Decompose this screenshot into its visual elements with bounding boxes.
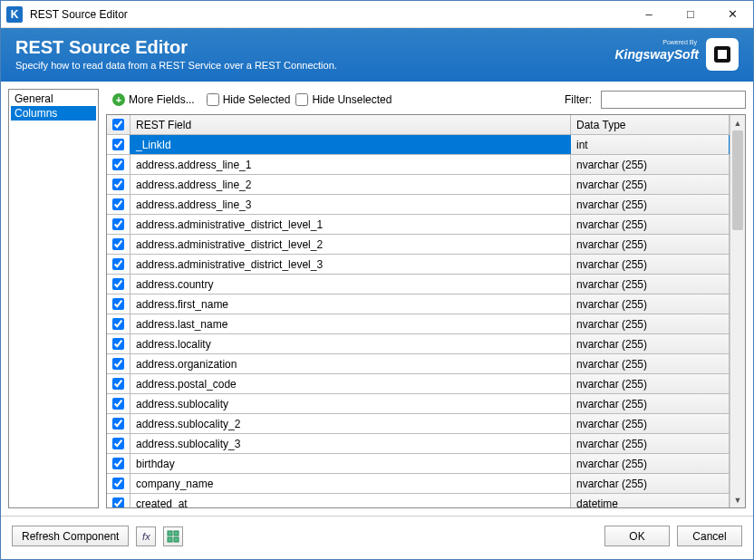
row-field[interactable]: _LinkId [130, 135, 571, 154]
select-all-checkbox[interactable] [112, 119, 124, 130]
table-row[interactable]: address.last_namenvarchar (255) [107, 314, 730, 334]
row-field[interactable]: address.address_line_1 [130, 155, 571, 174]
row-check-cell[interactable] [107, 135, 130, 154]
row-checkbox[interactable] [112, 438, 124, 449]
hide-unselected-input[interactable] [295, 93, 308, 106]
row-field[interactable]: address.administrative_district_level_2 [130, 235, 571, 254]
row-type[interactable]: nvarchar (255) [571, 394, 730, 413]
row-check-cell[interactable] [107, 454, 130, 473]
row-check-cell[interactable] [107, 294, 130, 314]
row-checkbox[interactable] [112, 218, 124, 230]
row-checkbox[interactable] [112, 418, 124, 430]
row-type[interactable]: int [571, 135, 730, 154]
row-field[interactable]: address.address_line_2 [130, 175, 571, 194]
table-row[interactable]: birthdaynvarchar (255) [107, 454, 730, 474]
refresh-component-button[interactable]: Refresh Component [12, 526, 129, 546]
row-check-cell[interactable] [107, 334, 130, 353]
row-checkbox[interactable] [112, 258, 124, 270]
cancel-button[interactable]: Cancel [677, 526, 742, 546]
header-check-cell[interactable] [107, 115, 130, 134]
row-type[interactable]: nvarchar (255) [571, 235, 730, 254]
row-checkbox[interactable] [112, 139, 124, 150]
close-button[interactable]: ✕ [711, 1, 753, 28]
ok-button[interactable]: OK [604, 526, 670, 546]
header-field[interactable]: REST Field [130, 115, 571, 134]
row-checkbox[interactable] [112, 398, 124, 410]
row-check-cell[interactable] [107, 474, 130, 493]
hide-selected-checkbox[interactable]: Hide Selected [207, 93, 291, 106]
row-type[interactable]: nvarchar (255) [571, 255, 730, 274]
row-field[interactable]: created_at [130, 494, 571, 507]
row-checkbox[interactable] [112, 478, 124, 489]
row-field[interactable]: address.last_name [130, 314, 571, 333]
row-field[interactable]: address.administrative_district_level_3 [130, 255, 571, 274]
row-type[interactable]: nvarchar (255) [571, 155, 730, 174]
row-type[interactable]: nvarchar (255) [571, 434, 730, 453]
row-type[interactable]: nvarchar (255) [571, 215, 730, 234]
row-checkbox[interactable] [112, 159, 124, 170]
more-fields-button[interactable]: + More Fields... [106, 91, 201, 109]
table-row[interactable]: address.sublocalitynvarchar (255) [107, 394, 730, 414]
scroll-track[interactable] [730, 130, 745, 492]
row-type[interactable]: datetime [571, 494, 730, 507]
nav-item-general[interactable]: General [11, 92, 96, 106]
row-field[interactable]: address.locality [130, 334, 571, 353]
row-check-cell[interactable] [107, 314, 130, 333]
table-row[interactable]: address.countrynvarchar (255) [107, 275, 730, 294]
table-row[interactable]: address.sublocality_3nvarchar (255) [107, 434, 730, 454]
expression-button[interactable]: fx [136, 526, 156, 546]
row-field[interactable]: address.first_name [130, 294, 571, 314]
filter-input[interactable] [601, 91, 746, 109]
hide-selected-input[interactable] [207, 93, 219, 106]
scroll-down-icon[interactable]: ▼ [730, 492, 745, 507]
row-check-cell[interactable] [107, 195, 130, 214]
row-type[interactable]: nvarchar (255) [571, 294, 730, 314]
row-checkbox[interactable] [112, 318, 124, 330]
row-field[interactable]: address.sublocality [130, 394, 571, 413]
table-row[interactable]: address.localitynvarchar (255) [107, 334, 730, 354]
table-row[interactable]: address.sublocality_2nvarchar (255) [107, 414, 730, 434]
table-row[interactable]: address.administrative_district_level_3n… [107, 255, 730, 275]
table-row[interactable]: address.address_line_1nvarchar (255) [107, 155, 730, 175]
row-check-cell[interactable] [107, 255, 130, 274]
hide-unselected-checkbox[interactable]: Hide Unselected [295, 93, 392, 106]
row-check-cell[interactable] [107, 354, 130, 373]
row-field[interactable]: address.address_line_3 [130, 195, 571, 214]
row-field[interactable]: address.sublocality_2 [130, 414, 571, 433]
row-field[interactable]: company_name [130, 474, 571, 493]
row-type[interactable]: nvarchar (255) [571, 354, 730, 373]
table-row[interactable]: address.organizationnvarchar (255) [107, 354, 730, 374]
row-field[interactable]: address.organization [130, 354, 571, 373]
row-check-cell[interactable] [107, 434, 130, 453]
row-check-cell[interactable] [107, 494, 130, 507]
row-type[interactable]: nvarchar (255) [571, 414, 730, 433]
row-checkbox[interactable] [112, 497, 124, 507]
table-row[interactable]: address.address_line_2nvarchar (255) [107, 175, 730, 195]
header-type[interactable]: Data Type [571, 115, 730, 134]
row-checkbox[interactable] [112, 358, 124, 370]
row-type[interactable]: nvarchar (255) [571, 374, 730, 393]
vertical-scrollbar[interactable]: ▲ ▼ [730, 115, 745, 507]
row-check-cell[interactable] [107, 275, 130, 294]
row-check-cell[interactable] [107, 155, 130, 174]
row-type[interactable]: nvarchar (255) [571, 474, 730, 493]
row-check-cell[interactable] [107, 394, 130, 413]
row-checkbox[interactable] [112, 458, 124, 469]
row-checkbox[interactable] [112, 179, 124, 190]
row-type[interactable]: nvarchar (255) [571, 334, 730, 353]
table-row[interactable]: company_namenvarchar (255) [107, 474, 730, 494]
row-field[interactable]: address.postal_code [130, 374, 571, 393]
row-check-cell[interactable] [107, 374, 130, 393]
mapping-button[interactable] [163, 526, 183, 546]
row-checkbox[interactable] [112, 298, 124, 310]
table-row[interactable]: address.administrative_district_level_2n… [107, 235, 730, 255]
minimize-button[interactable]: – [628, 1, 670, 28]
row-type[interactable]: nvarchar (255) [571, 314, 730, 333]
row-type[interactable]: nvarchar (255) [571, 175, 730, 194]
row-field[interactable]: address.country [130, 275, 571, 294]
table-row[interactable]: address.address_line_3nvarchar (255) [107, 195, 730, 215]
row-check-cell[interactable] [107, 235, 130, 254]
row-field[interactable]: address.sublocality_3 [130, 434, 571, 453]
row-checkbox[interactable] [112, 338, 124, 350]
row-check-cell[interactable] [107, 215, 130, 234]
